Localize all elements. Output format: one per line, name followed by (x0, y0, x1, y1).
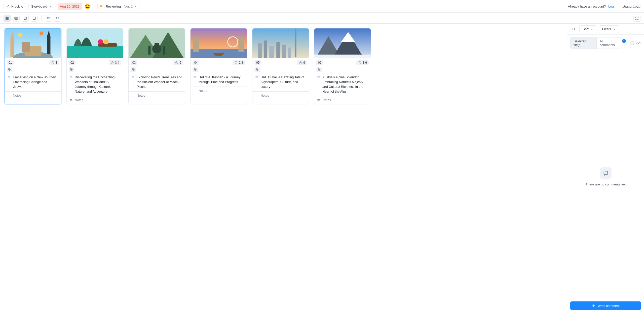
text-icon (193, 75, 197, 79)
sort-label: Sort (583, 27, 589, 31)
svg-point-25 (104, 39, 109, 44)
tag-button[interactable] (316, 67, 322, 72)
login-link[interactable]: Login (608, 5, 616, 8)
svg-point-55 (256, 69, 257, 69)
card-notes[interactable]: Notes (260, 94, 269, 98)
filters-button[interactable]: Filters (599, 25, 619, 33)
svg-point-63 (573, 28, 575, 30)
frame-number: 05 (256, 61, 259, 64)
storyboard-card[interactable]: 06 3.6 Austria's Alpine Splendor: Embrac… (314, 28, 371, 104)
duration-value: 6 (179, 61, 181, 64)
frame-number-pill: 01 (7, 60, 14, 65)
frame-number-pill: 05 (254, 60, 261, 65)
duration-value: 2.3 (239, 61, 243, 64)
empty-text: There are no comments yet (586, 182, 626, 186)
duration-pill: 6 (173, 60, 183, 65)
zoom-in-button[interactable] (45, 15, 52, 22)
frame-number: 06 (318, 61, 321, 64)
sort-button[interactable]: Sort (579, 25, 597, 33)
tag-button[interactable] (7, 67, 12, 72)
duration-pill: 3.6 (356, 60, 369, 65)
duration-pill: 3.4 (109, 60, 121, 65)
storyboard-card[interactable]: 02 3.4 Discovering the Enchanting Wonder… (66, 28, 123, 104)
clock-icon (358, 61, 362, 64)
svg-rect-50 (269, 46, 274, 58)
clock-icon (110, 61, 114, 64)
svg-rect-41 (238, 38, 244, 52)
svg-rect-40 (193, 38, 199, 52)
breadcrumb-app[interactable]: Krock.io (4, 3, 26, 10)
duration-pill: 6 (297, 60, 307, 65)
svg-rect-51 (276, 42, 280, 58)
status-version-pill[interactable]: Reviewing Ver. 1 (97, 3, 140, 10)
card-notes[interactable]: Notes (75, 98, 83, 102)
svg-rect-33 (148, 46, 150, 55)
frame-number: 03 (132, 61, 136, 64)
card-notes[interactable]: Notes (137, 94, 145, 98)
side-search-button[interactable] (570, 26, 577, 33)
comments-panel: Sort Filters Selected file(s) All commen… (567, 24, 644, 313)
card-thumbnail[interactable] (191, 28, 247, 58)
chevron-down-icon (613, 27, 616, 31)
storyboard-card[interactable]: 05 6 UAE Dubai: A Dazzling Tale of Skysc… (252, 28, 309, 104)
chevron-left-icon (6, 5, 10, 8)
duration-value: 3 (56, 61, 57, 64)
duration-value: 6 (303, 61, 305, 64)
text-icon (317, 99, 320, 102)
reactions-icon[interactable]: 🤩 (85, 4, 90, 9)
tab-all-comments-label: All comments (600, 39, 615, 47)
account-prompt: Already have an account? (568, 5, 606, 8)
svg-rect-2 (6, 18, 7, 19)
zoom-out-button[interactable] (54, 15, 61, 22)
card-thumbnail[interactable] (5, 28, 61, 58)
breadcrumb-section[interactable]: Storyboard (28, 3, 55, 10)
divider (94, 3, 94, 10)
storyboard-card[interactable]: 03 6 Exploring Peru's Treasures and the … (128, 28, 185, 104)
tag-icon (70, 68, 73, 71)
card-thumbnail[interactable] (314, 28, 371, 58)
chevron-down-icon (590, 27, 594, 31)
text-icon (7, 75, 11, 79)
card-notes[interactable]: Notes (199, 89, 207, 93)
write-comment-button[interactable]: Write comment (570, 301, 641, 310)
card-description: Embarking on a New Journey: Embracing Ch… (13, 75, 59, 89)
tab-all-comments[interactable]: All comments (596, 37, 621, 49)
text-icon (131, 94, 135, 98)
svg-rect-4 (15, 17, 18, 19)
tab-selected-files[interactable]: Selected file(s) (571, 37, 596, 49)
view-play-button[interactable] (31, 15, 38, 22)
tag-button[interactable] (193, 67, 198, 72)
svg-rect-53 (288, 48, 291, 58)
card-description: UAE's Al Kasbah - A Journey through Time… (199, 75, 244, 85)
tag-icon (132, 68, 135, 71)
status-label: Reviewing (106, 5, 121, 8)
svg-point-20 (9, 69, 9, 69)
board-area[interactable]: 01 3 Embarking on a New Journey: Embraci… (0, 24, 567, 313)
fullscreen-button[interactable] (633, 15, 640, 22)
storyboard-card[interactable]: 01 3 Embarking on a New Journey: Embraci… (5, 28, 61, 104)
storyboard-card[interactable]: 04 2.3 UAE's Al Kasbah - A Journey throu… (190, 28, 247, 104)
card-notes[interactable]: Notes (322, 98, 331, 102)
card-notes[interactable]: Notes (13, 94, 21, 98)
tag-button[interactable] (254, 67, 260, 72)
text-icon (255, 75, 258, 79)
svg-rect-49 (264, 41, 267, 58)
card-thumbnail[interactable] (129, 28, 185, 58)
frame-number: 02 (70, 61, 74, 64)
frame-number-pill: 02 (69, 60, 75, 65)
svg-point-24 (98, 39, 103, 44)
view-grid-button[interactable] (4, 15, 11, 22)
tag-icon (317, 68, 321, 71)
card-grid: 01 3 Embarking on a New Journey: Embraci… (5, 28, 562, 104)
tag-button[interactable] (131, 67, 136, 72)
frame-number-pill: 04 (193, 60, 199, 65)
tag-button[interactable] (69, 67, 74, 72)
card-thumbnail[interactable] (252, 28, 309, 58)
comments-empty-state: There are no comments yet (567, 52, 644, 301)
view-single-button[interactable] (22, 15, 29, 22)
duration-value: 3.4 (115, 61, 119, 64)
card-thumbnail[interactable] (67, 28, 123, 58)
filters-label: Filters (602, 27, 611, 31)
text-icon (193, 89, 197, 93)
view-table-button[interactable] (13, 15, 20, 22)
